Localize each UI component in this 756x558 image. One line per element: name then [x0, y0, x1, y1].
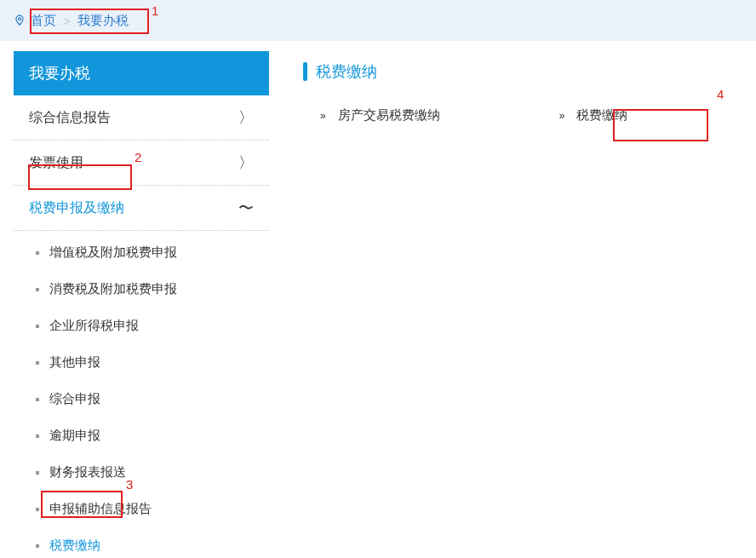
breadcrumb-home[interactable]: 首页: [31, 13, 56, 29]
link-fangchanjiaoyi[interactable]: » 房产交易税费缴纳: [320, 107, 440, 124]
sidebar: 我要办税 综合信息报告 〉 发票使用 〉 税费申报及缴纳 〜 增值税及附加税费申…: [14, 51, 269, 558]
submenu: 增值税及附加税费申报 消费税及附加税费申报 企业所得税申报 其他申报 综合申报 …: [14, 231, 269, 558]
chevron-right-icon: 〉: [238, 107, 254, 128]
link-label: 税费缴纳: [576, 107, 627, 124]
sub-item[interactable]: 申报辅助信息报告: [14, 491, 269, 527]
menu-item-label: 综合信息报告: [29, 109, 111, 127]
sidebar-header: 我要办税: [14, 51, 269, 95]
arrow-right-icon: »: [559, 110, 565, 122]
section-title-text: 税费缴纳: [316, 61, 377, 82]
svg-point-0: [19, 18, 21, 20]
sub-item[interactable]: 其他申报: [14, 344, 269, 381]
breadcrumb-current[interactable]: 我要办税: [77, 13, 129, 29]
sub-item-shuifeijiaona[interactable]: 税费缴纳: [14, 527, 269, 558]
menu-item-label: 税费申报及缴纳: [29, 199, 124, 217]
menu-item-fapiao[interactable]: 发票使用 〉: [14, 141, 269, 186]
content-area: 税费缴纳 » 房产交易税费缴纳 » 税费缴纳: [303, 51, 742, 558]
menu-item-shuifeishenbao[interactable]: 税费申报及缴纳 〜: [14, 186, 269, 231]
location-icon: [14, 14, 26, 26]
menu-item-label: 发票使用: [29, 154, 83, 172]
section-title: 税费缴纳: [303, 61, 742, 82]
title-bar-icon: [303, 62, 307, 81]
menu-item-zonghexinxi[interactable]: 综合信息报告 〉: [14, 95, 269, 141]
link-shuifeijiaona[interactable]: » 税费缴纳: [559, 107, 628, 124]
sub-item[interactable]: 财务报表报送: [14, 454, 269, 491]
arrow-right-icon: »: [320, 110, 326, 122]
chevron-right-icon: 〉: [238, 152, 254, 173]
chevron-down-icon: 〜: [238, 198, 254, 218]
sub-item[interactable]: 增值税及附加税费申报: [14, 234, 269, 271]
breadcrumb: 首页 > 我要办税: [0, 0, 756, 41]
sub-item[interactable]: 综合申报: [14, 381, 269, 417]
link-label: 房产交易税费缴纳: [338, 107, 440, 124]
breadcrumb-sep: >: [63, 14, 71, 28]
sub-item[interactable]: 消费税及附加税费申报: [14, 271, 269, 308]
sub-item[interactable]: 逾期申报: [14, 417, 269, 454]
sub-item[interactable]: 企业所得税申报: [14, 308, 269, 344]
